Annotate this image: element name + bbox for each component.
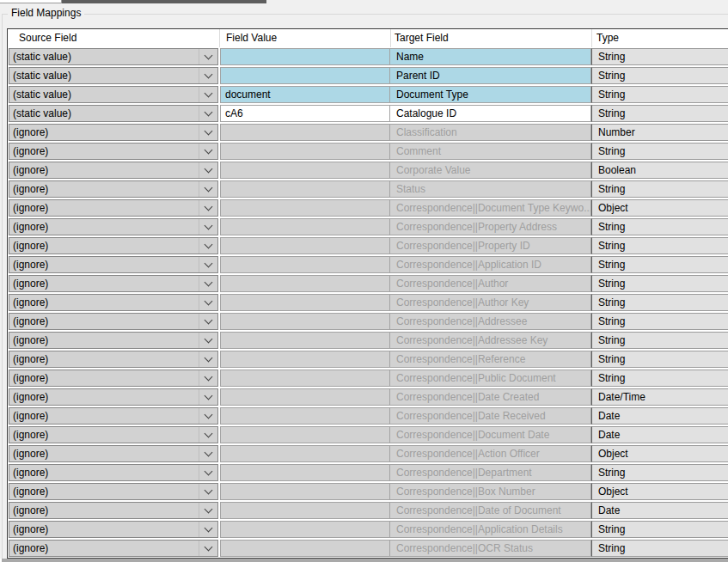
field-value-cell (220, 124, 390, 141)
mapping-row: (ignore)Correspondence||Addressee KeyStr… (8, 331, 728, 350)
type-cell: String (591, 180, 728, 198)
type-cell: Number (591, 124, 728, 141)
mapping-row: (ignore)Correspondence||Document Type Ke… (8, 199, 728, 217)
source-field-dropdown[interactable]: (ignore) (9, 256, 218, 273)
source-field-dropdown[interactable]: (ignore) (9, 351, 218, 368)
field-value-cell[interactable]: cA6 (220, 105, 390, 122)
source-field-dropdown[interactable]: (static value) (9, 86, 218, 103)
field-mappings-grid: Source Field Field Value Target Field Ty… (7, 28, 728, 559)
type-cell: String (591, 464, 728, 481)
source-field-dropdown[interactable]: (ignore) (9, 199, 218, 217)
source-field-dropdown[interactable]: (static value) (9, 67, 218, 84)
type-cell: String (591, 237, 728, 254)
chevron-down-icon (199, 484, 217, 499)
field-value-cell (220, 521, 390, 538)
type-cell: String (591, 218, 728, 235)
type-cell: String (591, 370, 728, 387)
source-field-dropdown[interactable]: (ignore) (9, 370, 218, 387)
source-field-dropdown[interactable]: (ignore) (9, 313, 218, 330)
column-header-source-field: Source Field (19, 32, 76, 44)
target-field-cell: Correspondence||Addressee (390, 313, 591, 330)
source-field-selected-value: (ignore) (9, 486, 199, 498)
source-field-selected-value: (ignore) (9, 278, 199, 290)
source-field-dropdown[interactable]: (ignore) (9, 502, 218, 519)
chevron-down-icon (199, 446, 217, 461)
target-field-cell: Correspondence||Author Key (390, 294, 591, 311)
target-field-cell: Correspondence||Date Received (390, 407, 591, 425)
type-cell: String (591, 540, 728, 557)
target-field-cell: Status (390, 180, 591, 198)
mapping-row: (ignore)Correspondence||Application IDSt… (8, 255, 728, 274)
source-field-dropdown[interactable]: (ignore) (9, 483, 218, 500)
target-field-cell: Correspondence||Box Number (390, 483, 591, 500)
source-field-dropdown[interactable]: (ignore) (9, 180, 218, 198)
mapping-row: (ignore)Correspondence||Document DateDat… (8, 425, 728, 444)
chevron-down-icon (199, 125, 217, 140)
source-field-dropdown[interactable]: (ignore) (9, 332, 218, 349)
source-field-dropdown[interactable]: (ignore) (9, 143, 218, 160)
source-field-selected-value: (ignore) (9, 467, 199, 479)
target-field-cell: Corporate Value (390, 162, 591, 179)
field-value-cell (220, 483, 390, 500)
source-field-selected-value: (ignore) (9, 504, 199, 516)
chevron-down-icon (199, 503, 217, 518)
mapping-row: (ignore)Correspondence||Date CreatedDate… (8, 388, 728, 406)
source-field-dropdown[interactable]: (static value) (9, 48, 218, 65)
source-field-dropdown[interactable]: (ignore) (9, 521, 218, 538)
target-field-cell: Correspondence||Addressee Key (390, 332, 591, 349)
source-field-selected-value: (ignore) (9, 240, 199, 252)
field-value-cell (220, 370, 390, 387)
field-value-cell (220, 426, 390, 443)
source-field-dropdown[interactable]: (ignore) (9, 464, 218, 481)
source-field-dropdown[interactable]: (ignore) (9, 275, 218, 292)
source-field-dropdown[interactable]: (ignore) (9, 162, 218, 179)
field-value-cell[interactable] (220, 67, 390, 84)
target-field-cell: Correspondence||Department (390, 464, 591, 481)
source-field-selected-value: (ignore) (9, 372, 199, 384)
mapping-row: (ignore)Correspondence||Box NumberObject (8, 482, 728, 501)
mapping-row: (ignore)Correspondence||Property IDStrin… (8, 236, 728, 255)
chevron-down-icon (199, 257, 217, 272)
field-value-cell[interactable] (220, 48, 390, 65)
field-value-cell (220, 407, 390, 425)
column-header-field-value: Field Value (226, 32, 277, 44)
source-field-selected-value: (ignore) (9, 523, 199, 535)
top-scrollbar-thumb[interactable] (62, 0, 266, 3)
chevron-down-icon (199, 276, 217, 291)
source-field-dropdown[interactable]: (ignore) (9, 540, 218, 557)
chevron-down-icon (199, 181, 217, 197)
field-value-cell (220, 199, 390, 217)
chevron-down-icon (199, 87, 217, 102)
mapping-row: (ignore)Correspondence||Property Address… (8, 217, 728, 236)
header-separator (219, 29, 220, 47)
source-field-selected-value: (ignore) (9, 410, 199, 422)
target-field-cell: Correspondence||Document Date (390, 426, 591, 443)
source-field-dropdown[interactable]: (ignore) (9, 237, 218, 254)
source-field-selected-value: (ignore) (9, 542, 199, 554)
chevron-down-icon (199, 219, 217, 235)
source-field-dropdown[interactable]: (ignore) (9, 218, 218, 235)
field-mappings-panel: Field Mappings Source Field Field Value … (0, 0, 728, 562)
source-field-dropdown[interactable]: (ignore) (9, 124, 218, 141)
source-field-selected-value: (ignore) (9, 429, 199, 441)
mapping-row: (ignore)Correspondence||ReferenceString (8, 350, 728, 369)
source-field-dropdown[interactable]: (ignore) (9, 294, 218, 311)
header-separator (390, 29, 391, 47)
source-field-dropdown[interactable]: (ignore) (9, 445, 218, 462)
target-field-cell: Document Type (390, 86, 591, 103)
source-field-dropdown[interactable]: (ignore) (9, 388, 218, 406)
source-field-dropdown[interactable]: (ignore) (9, 426, 218, 443)
chevron-down-icon (199, 162, 217, 178)
type-cell: Object (591, 483, 728, 500)
field-value-cell (220, 162, 390, 179)
mapping-row: (ignore)CommentString (8, 142, 728, 161)
field-value-cell[interactable]: document (220, 86, 390, 103)
chevron-down-icon (199, 49, 217, 64)
source-field-selected-value: (static value) (9, 107, 199, 119)
source-field-dropdown[interactable]: (static value) (9, 105, 218, 122)
type-cell: String (591, 294, 728, 311)
type-cell: String (591, 313, 728, 330)
type-cell: String (591, 256, 728, 273)
mapping-row: (ignore)Correspondence||Date of Document… (8, 501, 728, 520)
source-field-dropdown[interactable]: (ignore) (9, 407, 218, 425)
